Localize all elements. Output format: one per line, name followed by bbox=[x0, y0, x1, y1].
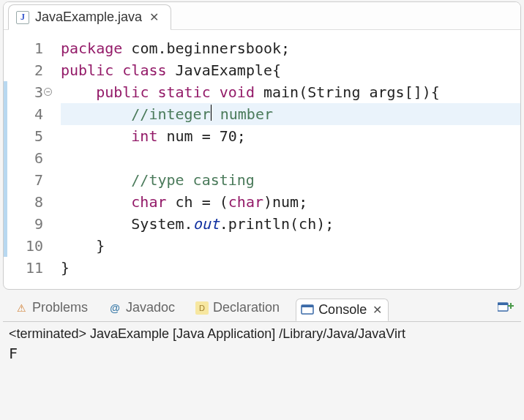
console-status: <terminated> JavaExample [Java Applicati… bbox=[9, 326, 515, 342]
code-line[interactable]: public class JavaExample{ bbox=[61, 59, 520, 81]
tab-problems[interactable]: ⚠ Problems bbox=[10, 297, 92, 318]
code-line[interactable]: //type casting bbox=[61, 169, 520, 191]
console-output: F bbox=[9, 342, 515, 362]
code-line[interactable]: System.out.println(ch); bbox=[61, 213, 520, 235]
editor-tab-javaexample[interactable]: J JavaExample.java ✕ bbox=[8, 4, 171, 30]
svg-rect-3 bbox=[498, 303, 508, 305]
tab-console[interactable]: Console ✕ bbox=[296, 299, 389, 321]
line-number-gutter: 123−4567891011 bbox=[4, 37, 48, 279]
close-icon[interactable]: ✕ bbox=[148, 10, 160, 24]
close-icon[interactable]: ✕ bbox=[371, 303, 383, 317]
line-number: 10 bbox=[12, 235, 43, 257]
code-line[interactable]: //integer number bbox=[61, 103, 520, 125]
line-number: 11 bbox=[12, 257, 43, 279]
tab-label: Declaration bbox=[213, 300, 280, 315]
javadoc-icon: @ bbox=[108, 301, 121, 315]
code-line[interactable] bbox=[61, 147, 520, 169]
tab-javadoc[interactable]: @ Javadoc bbox=[104, 297, 179, 318]
line-number: 9 bbox=[12, 213, 43, 235]
declaration-icon: D bbox=[195, 301, 209, 315]
line-number: 1 bbox=[12, 37, 43, 59]
tab-label: Console bbox=[318, 302, 367, 318]
line-number: 7 bbox=[12, 169, 43, 191]
line-number: 3− bbox=[12, 81, 43, 103]
code-content[interactable]: package com.beginnersbook;public class J… bbox=[48, 37, 520, 279]
svg-rect-1 bbox=[302, 305, 313, 307]
tab-label: Problems bbox=[32, 300, 88, 315]
code-line[interactable]: public static void main(String args[]){ bbox=[61, 81, 520, 103]
java-file-icon: J bbox=[16, 11, 29, 24]
problems-icon: ⚠ bbox=[15, 301, 28, 315]
editor-panel: J JavaExample.java ✕ 123−4567891011 pack… bbox=[3, 1, 521, 290]
bottom-views: ⚠ Problems @ Javadoc D Declaration Conso… bbox=[3, 294, 521, 367]
view-tabbar: ⚠ Problems @ Javadoc D Declaration Conso… bbox=[3, 294, 521, 322]
line-number: 6 bbox=[12, 147, 43, 169]
code-line[interactable]: } bbox=[61, 257, 520, 279]
line-number: 8 bbox=[12, 191, 43, 213]
tab-declaration[interactable]: D Declaration bbox=[191, 297, 284, 318]
code-area[interactable]: 123−4567891011 package com.beginnersbook… bbox=[4, 30, 520, 289]
console-icon bbox=[301, 303, 314, 316]
console-body: <terminated> JavaExample [Java Applicati… bbox=[3, 322, 521, 367]
code-line[interactable]: int num = 70; bbox=[61, 125, 520, 147]
code-line[interactable]: package com.beginnersbook; bbox=[61, 37, 520, 59]
editor-tab-label: JavaExample.java bbox=[35, 10, 142, 25]
line-number: 4 bbox=[12, 103, 43, 125]
code-line[interactable]: char ch = (char)num; bbox=[61, 191, 520, 213]
code-line[interactable]: } bbox=[61, 235, 520, 257]
new-console-icon[interactable] bbox=[498, 300, 514, 316]
line-number: 2 bbox=[12, 59, 43, 81]
tab-label: Javadoc bbox=[126, 300, 175, 315]
editor-tabbar: J JavaExample.java ✕ bbox=[4, 2, 520, 30]
line-number: 5 bbox=[12, 125, 43, 147]
